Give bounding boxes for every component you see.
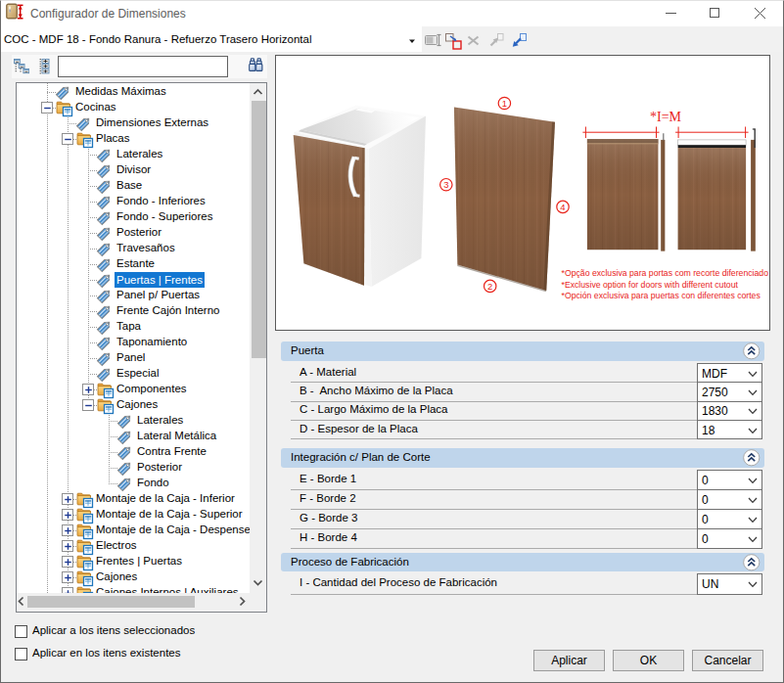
svg-text:2: 2 — [487, 281, 492, 292]
svg-text:*Opción exclusiva para puertas: *Opción exclusiva para puertas con difer… — [562, 291, 761, 300]
svg-text:4: 4 — [560, 202, 565, 212]
svg-text:*Opção exclusiva para portas c: *Opção exclusiva para portas com recorte… — [562, 268, 769, 278]
svg-text:3: 3 — [443, 179, 448, 190]
svg-text:1: 1 — [502, 98, 507, 109]
svg-text:*I=M: *I=M — [650, 110, 682, 124]
svg-text:*Exclusive option for doors wi: *Exclusive option for doors with differe… — [562, 280, 739, 290]
